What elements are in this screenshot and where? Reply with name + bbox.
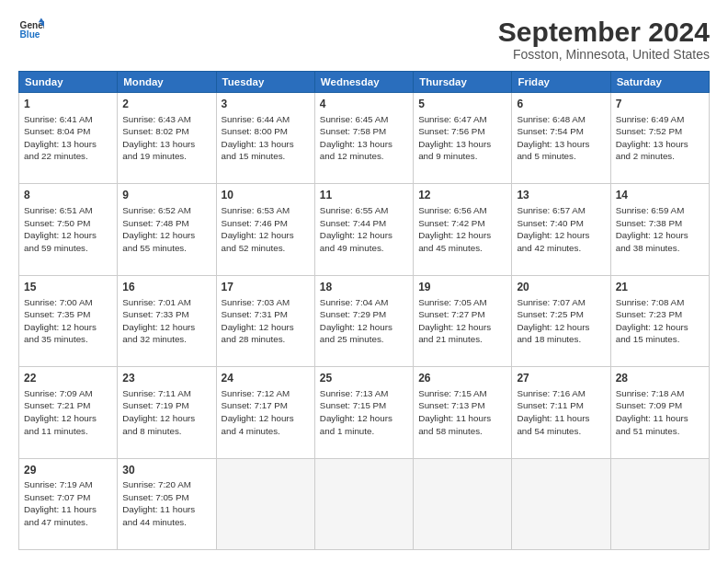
day-info: Sunrise: 7:12 AMSunset: 7:17 PMDaylight:…	[222, 387, 310, 437]
calendar-cell: 13Sunrise: 6:57 AMSunset: 7:40 PMDayligh…	[512, 184, 610, 275]
calendar-cell: 30Sunrise: 7:20 AMSunset: 7:05 PMDayligh…	[118, 458, 216, 549]
calendar-week-4: 22Sunrise: 7:09 AMSunset: 7:21 PMDayligh…	[19, 367, 710, 458]
col-monday: Monday	[118, 72, 216, 93]
calendar-cell: 6Sunrise: 6:48 AMSunset: 7:54 PMDaylight…	[512, 93, 610, 184]
day-info: Sunrise: 7:15 AMSunset: 7:13 PMDaylight:…	[418, 387, 506, 437]
col-tuesday: Tuesday	[216, 72, 314, 93]
day-number: 15	[24, 280, 112, 295]
day-number: 1	[24, 97, 112, 112]
col-wednesday: Wednesday	[314, 72, 413, 93]
day-number: 23	[122, 371, 210, 386]
calendar-cell	[414, 458, 512, 549]
header-row: Sunday Monday Tuesday Wednesday Thursday…	[19, 72, 710, 93]
day-info: Sunrise: 7:04 AMSunset: 7:29 PMDaylight:…	[320, 296, 408, 346]
calendar-cell	[512, 458, 610, 549]
day-info: Sunrise: 6:59 AMSunset: 7:38 PMDaylight:…	[616, 204, 704, 254]
header: General Blue September 2024 Fosston, Min…	[18, 17, 710, 62]
day-info: Sunrise: 6:45 AMSunset: 7:58 PMDaylight:…	[320, 113, 408, 163]
day-number: 28	[616, 371, 704, 386]
day-number: 11	[320, 188, 408, 203]
day-number: 6	[517, 97, 605, 112]
calendar-cell: 12Sunrise: 6:56 AMSunset: 7:42 PMDayligh…	[414, 184, 512, 275]
calendar-week-1: 1Sunrise: 6:41 AMSunset: 8:04 PMDaylight…	[19, 93, 710, 184]
calendar-cell: 29Sunrise: 7:19 AMSunset: 7:07 PMDayligh…	[19, 458, 118, 549]
day-info: Sunrise: 6:49 AMSunset: 7:52 PMDaylight:…	[616, 113, 704, 163]
calendar-cell: 9Sunrise: 6:52 AMSunset: 7:48 PMDaylight…	[118, 184, 216, 275]
day-info: Sunrise: 6:51 AMSunset: 7:50 PMDaylight:…	[24, 204, 112, 254]
calendar-cell: 26Sunrise: 7:15 AMSunset: 7:13 PMDayligh…	[414, 367, 512, 458]
calendar-cell: 25Sunrise: 7:13 AMSunset: 7:15 PMDayligh…	[314, 367, 413, 458]
day-info: Sunrise: 7:05 AMSunset: 7:27 PMDaylight:…	[418, 296, 506, 346]
calendar-cell: 18Sunrise: 7:04 AMSunset: 7:29 PMDayligh…	[314, 275, 413, 366]
day-info: Sunrise: 7:13 AMSunset: 7:15 PMDaylight:…	[320, 387, 408, 437]
calendar-cell: 5Sunrise: 6:47 AMSunset: 7:56 PMDaylight…	[414, 93, 512, 184]
day-number: 22	[24, 371, 112, 386]
day-info: Sunrise: 6:57 AMSunset: 7:40 PMDaylight:…	[517, 204, 605, 254]
page: General Blue September 2024 Fosston, Min…	[0, 0, 728, 563]
day-number: 9	[122, 188, 210, 203]
day-number: 4	[320, 97, 408, 112]
calendar-cell: 23Sunrise: 7:11 AMSunset: 7:19 PMDayligh…	[118, 367, 216, 458]
calendar-cell: 8Sunrise: 6:51 AMSunset: 7:50 PMDaylight…	[19, 184, 118, 275]
day-info: Sunrise: 6:56 AMSunset: 7:42 PMDaylight:…	[418, 204, 506, 254]
calendar-cell: 22Sunrise: 7:09 AMSunset: 7:21 PMDayligh…	[19, 367, 118, 458]
calendar-cell: 1Sunrise: 6:41 AMSunset: 8:04 PMDaylight…	[19, 93, 118, 184]
calendar-cell: 11Sunrise: 6:55 AMSunset: 7:44 PMDayligh…	[314, 184, 413, 275]
calendar-cell: 7Sunrise: 6:49 AMSunset: 7:52 PMDaylight…	[610, 93, 709, 184]
col-friday: Friday	[512, 72, 610, 93]
calendar-cell: 17Sunrise: 7:03 AMSunset: 7:31 PMDayligh…	[216, 275, 314, 366]
calendar-cell: 19Sunrise: 7:05 AMSunset: 7:27 PMDayligh…	[414, 275, 512, 366]
day-number: 29	[24, 463, 112, 478]
calendar-cell: 15Sunrise: 7:00 AMSunset: 7:35 PMDayligh…	[19, 275, 118, 366]
day-number: 21	[616, 280, 704, 295]
calendar-cell: 20Sunrise: 7:07 AMSunset: 7:25 PMDayligh…	[512, 275, 610, 366]
day-number: 10	[222, 188, 310, 203]
day-info: Sunrise: 7:19 AMSunset: 7:07 PMDaylight:…	[24, 478, 112, 528]
calendar-cell: 14Sunrise: 6:59 AMSunset: 7:38 PMDayligh…	[610, 184, 709, 275]
day-number: 26	[418, 371, 506, 386]
title-block: September 2024 Fosston, Minnesota, Unite…	[498, 17, 710, 62]
calendar-cell: 24Sunrise: 7:12 AMSunset: 7:17 PMDayligh…	[216, 367, 314, 458]
day-number: 27	[517, 371, 605, 386]
calendar-cell: 2Sunrise: 6:43 AMSunset: 8:02 PMDaylight…	[118, 93, 216, 184]
day-info: Sunrise: 7:07 AMSunset: 7:25 PMDaylight:…	[517, 296, 605, 346]
day-number: 2	[122, 97, 210, 112]
day-number: 20	[517, 280, 605, 295]
svg-text:Blue: Blue	[20, 29, 40, 40]
calendar-week-3: 15Sunrise: 7:00 AMSunset: 7:35 PMDayligh…	[19, 275, 710, 366]
calendar-cell: 10Sunrise: 6:53 AMSunset: 7:46 PMDayligh…	[216, 184, 314, 275]
day-info: Sunrise: 6:43 AMSunset: 8:02 PMDaylight:…	[122, 113, 210, 163]
day-info: Sunrise: 6:53 AMSunset: 7:46 PMDaylight:…	[222, 204, 310, 254]
calendar-cell: 27Sunrise: 7:16 AMSunset: 7:11 PMDayligh…	[512, 367, 610, 458]
subtitle: Fosston, Minnesota, United States	[498, 47, 710, 62]
day-info: Sunrise: 7:18 AMSunset: 7:09 PMDaylight:…	[616, 387, 704, 437]
day-number: 17	[222, 280, 310, 295]
day-info: Sunrise: 7:11 AMSunset: 7:19 PMDaylight:…	[122, 387, 210, 437]
main-title: September 2024	[498, 17, 710, 47]
col-thursday: Thursday	[414, 72, 512, 93]
calendar-cell	[314, 458, 413, 549]
logo: General Blue	[18, 17, 44, 42]
calendar-week-5: 29Sunrise: 7:19 AMSunset: 7:07 PMDayligh…	[19, 458, 710, 549]
calendar-cell: 4Sunrise: 6:45 AMSunset: 7:58 PMDaylight…	[314, 93, 413, 184]
logo-icon: General Blue	[18, 17, 44, 42]
day-number: 19	[418, 280, 506, 295]
day-number: 14	[616, 188, 704, 203]
day-info: Sunrise: 6:41 AMSunset: 8:04 PMDaylight:…	[24, 113, 112, 163]
col-sunday: Sunday	[19, 72, 118, 93]
calendar-header: Sunday Monday Tuesday Wednesday Thursday…	[19, 72, 710, 93]
day-info: Sunrise: 7:03 AMSunset: 7:31 PMDaylight:…	[222, 296, 310, 346]
day-number: 13	[517, 188, 605, 203]
day-number: 3	[222, 97, 310, 112]
day-info: Sunrise: 7:09 AMSunset: 7:21 PMDaylight:…	[24, 387, 112, 437]
day-number: 18	[320, 280, 408, 295]
calendar-table: Sunday Monday Tuesday Wednesday Thursday…	[18, 71, 710, 550]
col-saturday: Saturday	[610, 72, 709, 93]
day-info: Sunrise: 7:01 AMSunset: 7:33 PMDaylight:…	[122, 296, 210, 346]
day-info: Sunrise: 6:44 AMSunset: 8:00 PMDaylight:…	[222, 113, 310, 163]
calendar-cell: 3Sunrise: 6:44 AMSunset: 8:00 PMDaylight…	[216, 93, 314, 184]
day-number: 25	[320, 371, 408, 386]
day-number: 7	[616, 97, 704, 112]
day-number: 24	[222, 371, 310, 386]
calendar-cell: 28Sunrise: 7:18 AMSunset: 7:09 PMDayligh…	[610, 367, 709, 458]
